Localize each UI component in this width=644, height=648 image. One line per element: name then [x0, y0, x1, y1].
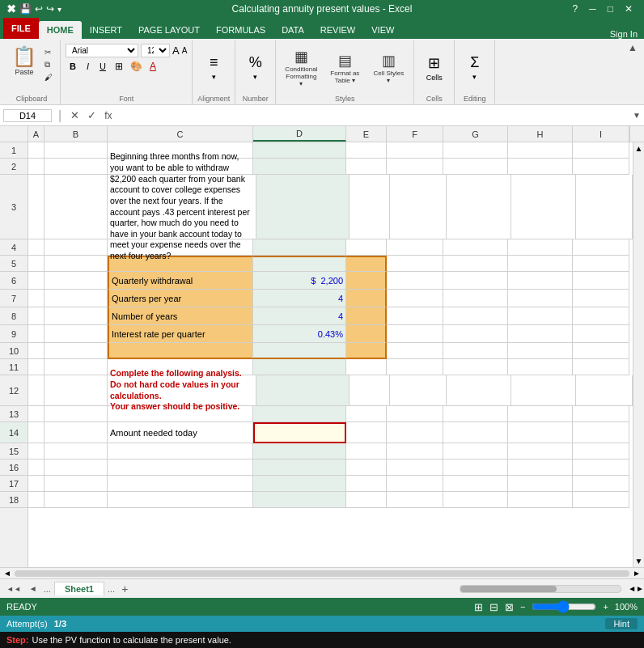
row-header-9[interactable]: 9 [0, 325, 28, 343]
cell-f10[interactable] [387, 343, 443, 359]
name-box[interactable]: D14 [3, 109, 52, 122]
cell-i3[interactable] [576, 175, 633, 239]
cell-b10[interactable] [44, 343, 108, 359]
borders-button[interactable]: ⊞ [112, 60, 125, 73]
scroll-right-btn[interactable]: ► [633, 569, 641, 578]
cell-e6[interactable] [346, 272, 387, 290]
cell-e12[interactable] [350, 375, 390, 406]
cell-h2[interactable] [508, 159, 573, 175]
cell-i4[interactable] [573, 239, 629, 256]
cell-b11[interactable] [44, 359, 108, 375]
format-as-table-button[interactable]: ▤ Format as Table ▾ [324, 50, 365, 86]
add-sheet-btn[interactable]: + [118, 582, 131, 595]
row-header-4[interactable]: 4 [0, 239, 28, 256]
row-header-13[interactable]: 13 [0, 406, 28, 422]
cell-e17[interactable] [346, 476, 387, 492]
cell-i8[interactable] [573, 307, 629, 325]
cell-a13[interactable] [28, 406, 44, 422]
cell-h4[interactable] [508, 239, 573, 256]
cell-d18[interactable] [253, 492, 346, 508]
copy-button[interactable]: ⧉ [42, 59, 55, 70]
cell-i11[interactable] [573, 359, 629, 375]
insert-function-btn[interactable]: fx [102, 110, 114, 121]
col-header-i[interactable]: I [573, 126, 629, 142]
cell-g5[interactable] [443, 256, 508, 272]
cell-h3[interactable] [511, 175, 576, 239]
cell-f2[interactable] [387, 159, 443, 175]
scroll-down-btn[interactable]: ▼ [633, 555, 644, 567]
cell-i9[interactable] [573, 325, 629, 343]
cell-b3[interactable] [44, 175, 108, 239]
row-header-6[interactable]: 6 [0, 272, 28, 290]
col-header-e[interactable]: E [346, 126, 387, 142]
cell-a16[interactable] [28, 460, 44, 476]
cell-i10[interactable] [573, 343, 629, 359]
cell-a15[interactable] [28, 443, 44, 460]
normal-view-btn[interactable]: ⊞ [474, 601, 483, 613]
cell-i7[interactable] [573, 290, 629, 307]
col-header-d[interactable]: D [253, 126, 346, 142]
cell-b17[interactable] [44, 476, 108, 492]
cell-g8[interactable] [443, 307, 508, 325]
cell-h17[interactable] [508, 476, 573, 492]
col-header-b[interactable]: B [44, 126, 108, 142]
formula-expand-btn[interactable]: ▼ [633, 111, 641, 120]
cell-d16[interactable] [253, 460, 346, 476]
cell-b6[interactable] [44, 272, 108, 290]
row-header-15[interactable]: 15 [0, 443, 28, 460]
cell-h9[interactable] [508, 325, 573, 343]
cut-button[interactable]: ✂ [42, 47, 55, 57]
cell-f13[interactable] [387, 406, 443, 422]
cell-g1[interactable] [443, 142, 508, 159]
cell-f9[interactable] [387, 325, 443, 343]
cell-b13[interactable] [44, 406, 108, 422]
cell-b7[interactable] [44, 290, 108, 307]
cell-b16[interactable] [44, 460, 108, 476]
row-header-8[interactable]: 8 [0, 307, 28, 325]
cell-i12[interactable] [576, 375, 633, 406]
cell-e7[interactable] [346, 290, 387, 307]
cell-a5[interactable] [28, 256, 44, 272]
formula-input[interactable] [118, 110, 630, 121]
fill-color-button[interactable]: 🎨 [128, 60, 145, 73]
row-header-17[interactable]: 17 [0, 476, 28, 492]
cell-styles-button[interactable]: ▥ Cell Styles ▾ [368, 50, 409, 86]
cell-h7[interactable] [508, 290, 573, 307]
cell-a9[interactable] [28, 325, 44, 343]
cell-d8[interactable]: 4 [253, 307, 346, 325]
cell-a14[interactable] [28, 422, 44, 443]
conditional-formatting-button[interactable]: ▦ Conditional Formatting ▾ [281, 46, 321, 89]
underline-button[interactable]: U [95, 60, 110, 73]
cell-g2[interactable] [443, 159, 508, 175]
zoom-out-btn[interactable]: − [520, 602, 525, 612]
cell-f15[interactable] [387, 443, 443, 460]
cell-g13[interactable] [443, 406, 508, 422]
cell-c6[interactable]: Quarterly withdrawal [108, 272, 253, 290]
cell-f6[interactable] [387, 272, 443, 290]
cell-e15[interactable] [346, 443, 387, 460]
cell-d4[interactable] [253, 239, 346, 256]
cell-i17[interactable] [573, 476, 629, 492]
col-header-a[interactable]: A [28, 126, 44, 142]
grow-font-icon[interactable]: A [172, 44, 180, 57]
cell-h8[interactable] [508, 307, 573, 325]
scroll-up-btn[interactable]: ▲ [633, 142, 644, 155]
cell-a10[interactable] [28, 343, 44, 359]
cell-h5[interactable] [508, 256, 573, 272]
cell-c18[interactable] [108, 492, 253, 508]
cell-g3[interactable] [447, 175, 511, 239]
row-header-3[interactable]: 3 [0, 175, 28, 239]
cell-c14[interactable]: Amount needed today [108, 422, 253, 443]
cell-b18[interactable] [44, 492, 108, 508]
cell-e2[interactable] [346, 159, 387, 175]
cell-d3[interactable] [256, 175, 350, 239]
cell-c15[interactable] [108, 443, 253, 460]
cell-h10[interactable] [508, 343, 573, 359]
row-header-1[interactable]: 1 [0, 142, 28, 159]
cell-b12[interactable] [44, 375, 108, 406]
cell-i13[interactable] [573, 406, 629, 422]
cell-e8[interactable] [346, 307, 387, 325]
cell-d1[interactable] [253, 142, 346, 159]
cell-e1[interactable] [346, 142, 387, 159]
row-header-11[interactable]: 11 [0, 359, 28, 375]
